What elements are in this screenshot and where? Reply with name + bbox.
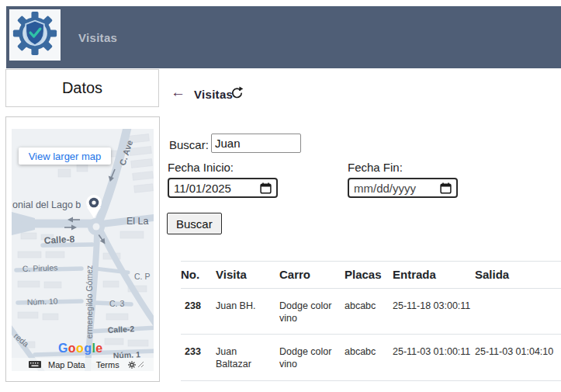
google-letter: G [58, 342, 68, 355]
fecha-fin-label: Fecha Fin: [348, 161, 403, 174]
street-label: Núm. 10 [27, 297, 58, 307]
col-header-carro: Carro [279, 262, 345, 288]
cell-salida [475, 289, 561, 335]
google-letter: o [68, 342, 76, 355]
street-label: C. Pirules [23, 262, 58, 273]
cell-entrada: 25-11-18 03:00:11 [393, 289, 475, 335]
cell-no: 238 [181, 289, 216, 335]
back-arrow-icon[interactable]: ← [171, 84, 185, 101]
street-label: El La [126, 216, 149, 227]
street-label: Calle-8 [43, 234, 74, 246]
visits-table: No. Visita Carro Placas Entrada Salida 2… [181, 261, 561, 381]
keyboard-shortcuts-icon[interactable] [29, 361, 41, 368]
fecha-fin-field [348, 178, 458, 198]
col-header-visita: Visita [216, 262, 279, 288]
map-attribution-bar: Map Data Terms [12, 358, 154, 371]
table-row: 233 Juan Baltazar Dodge color vino abcab… [181, 335, 561, 381]
buscar-label: Buscar: [169, 138, 209, 151]
cell-salida: 25-11-03 01:04:10 [475, 335, 561, 380]
app-header: Visitas [6, 6, 561, 68]
app-window: Visitas Datos ← Visitas [0, 0, 561, 392]
resize-handle-icon [137, 361, 144, 368]
map-settings-icon[interactable] [128, 361, 136, 369]
street-label: C. P [134, 272, 150, 281]
google-letter: g [84, 342, 92, 355]
map-frame: onial del Lago b El La C. Ave Calle-8 C.… [5, 116, 160, 382]
view-larger-map-label: View larger map [29, 151, 102, 162]
table-header-row: No. Visita Carro Placas Entrada Salida [181, 261, 561, 289]
page-title: Visitas [194, 88, 233, 101]
street-label: C. 3 [109, 299, 124, 308]
app-title: Visitas [78, 31, 117, 44]
buscar-input[interactable] [211, 134, 301, 153]
fecha-inicio-field [168, 178, 278, 198]
google-letter: o [76, 342, 84, 355]
cell-entrada: 25-11-03 01:00:11 [393, 335, 475, 380]
view-larger-map-link[interactable]: View larger map [19, 147, 111, 165]
table-row: 238 Juan BH. Dodge color vino abcabc 25-… [181, 289, 561, 335]
google-letter: e [95, 342, 102, 355]
calendar-icon[interactable] [440, 182, 452, 194]
google-logo[interactable]: Google [58, 342, 103, 356]
cell-carro: Dodge color vino [279, 335, 345, 380]
terms-link[interactable]: Terms [96, 360, 119, 369]
cell-visita: Juan Baltazar [216, 335, 279, 380]
cell-carro: Dodge color vino [279, 289, 345, 335]
buscar-button[interactable]: Buscar [167, 213, 222, 234]
fecha-inicio-input[interactable] [174, 182, 257, 195]
gear-shield-check-icon [12, 11, 57, 59]
refresh-icon[interactable] [230, 86, 244, 99]
col-header-entrada: Entrada [393, 262, 475, 288]
cell-placas: abcabc [345, 335, 393, 380]
cell-no: 233 [181, 335, 216, 380]
tab-datos-label: Datos [62, 79, 102, 97]
street-label: onial del Lago b [12, 199, 81, 210]
calendar-icon[interactable] [260, 182, 272, 194]
cell-visita: Juan BH. [216, 289, 279, 335]
map-embed[interactable]: onial del Lago b El La C. Ave Calle-8 C.… [12, 129, 154, 371]
street-label: ermenegildo Gómez [85, 265, 94, 339]
col-header-placas: Placas [345, 262, 393, 288]
map-data-link[interactable]: Map Data [48, 360, 85, 369]
map-canvas: onial del Lago b El La C. Ave Calle-8 C.… [12, 129, 154, 371]
street-label: Calle-2 [107, 324, 134, 335]
fecha-inicio-label: Fecha Inicio: [168, 161, 234, 174]
tab-datos[interactable]: Datos [5, 69, 159, 107]
col-header-salida: Salida [475, 262, 561, 288]
cell-placas: abcabc [345, 289, 393, 335]
col-header-no: No. [181, 262, 216, 288]
app-logo [9, 9, 61, 61]
fecha-fin-input[interactable] [354, 182, 437, 195]
